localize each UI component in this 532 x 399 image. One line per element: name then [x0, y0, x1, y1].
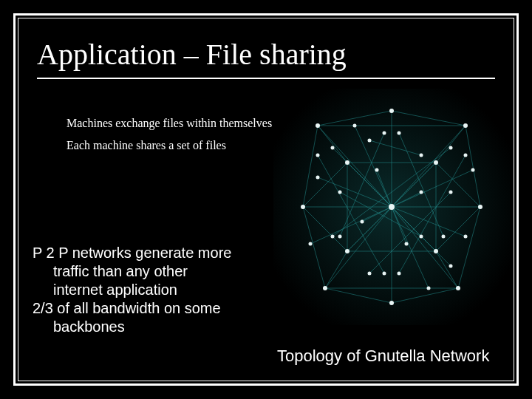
svg-line-29 — [436, 126, 466, 163]
svg-line-28 — [318, 126, 347, 163]
body-text: P 2 P networks generate more traffic tha… — [33, 244, 269, 336]
svg-point-55 — [323, 286, 327, 290]
svg-point-61 — [345, 249, 349, 253]
svg-line-14 — [318, 111, 392, 126]
svg-point-54 — [478, 205, 482, 209]
svg-line-35 — [436, 207, 480, 251]
svg-point-71 — [316, 176, 320, 180]
svg-point-64 — [420, 154, 423, 157]
svg-point-88 — [383, 272, 386, 276]
svg-line-1 — [392, 126, 466, 207]
svg-line-25 — [392, 163, 436, 207]
bullet-list: Machines exchange files within themselve… — [37, 115, 288, 160]
svg-point-77 — [309, 242, 313, 246]
svg-point-56 — [456, 286, 460, 290]
svg-point-83 — [383, 132, 386, 135]
svg-point-89 — [464, 154, 468, 157]
svg-point-70 — [449, 146, 453, 150]
svg-point-65 — [338, 191, 342, 194]
svg-line-5 — [392, 207, 458, 288]
svg-point-57 — [389, 109, 394, 113]
svg-point-52 — [463, 123, 468, 128]
svg-point-53 — [301, 205, 305, 209]
svg-point-60 — [434, 160, 438, 165]
svg-line-38 — [369, 192, 451, 273]
svg-line-16 — [325, 288, 392, 303]
svg-point-58 — [389, 301, 394, 305]
svg-point-87 — [316, 154, 320, 157]
body-line: P 2 P networks generate more — [33, 244, 269, 262]
svg-point-90 — [398, 272, 401, 276]
svg-line-11 — [303, 207, 325, 288]
svg-line-0 — [318, 126, 392, 207]
svg-point-74 — [449, 265, 453, 268]
body-line: traffic than any other — [33, 262, 269, 281]
svg-line-17 — [392, 288, 458, 303]
bullet-item: Machines exchange files within themselve… — [66, 115, 288, 132]
svg-point-68 — [449, 191, 453, 194]
svg-point-81 — [361, 220, 364, 224]
svg-point-66 — [420, 235, 423, 239]
svg-point-51 — [316, 123, 320, 128]
svg-point-78 — [471, 168, 475, 172]
svg-point-62 — [434, 249, 438, 253]
bullet-item: Each machine shares a set of files — [66, 137, 288, 154]
svg-line-9 — [303, 126, 318, 207]
figure-caption: Topology of Gnutella Network — [277, 347, 514, 366]
svg-point-82 — [420, 191, 423, 194]
svg-point-80 — [405, 242, 409, 246]
body-line: 2/3 of all bandwidth on some — [33, 299, 269, 318]
slide: Application – File sharing Machines exch… — [0, 0, 532, 399]
svg-line-4 — [325, 207, 392, 288]
svg-point-75 — [353, 124, 357, 128]
svg-point-84 — [338, 235, 342, 239]
svg-line-48 — [318, 155, 384, 273]
svg-point-72 — [464, 235, 468, 239]
body-line: internet application — [33, 281, 269, 299]
svg-point-79 — [375, 168, 379, 172]
svg-line-30 — [325, 251, 347, 288]
svg-line-12 — [458, 207, 480, 288]
svg-point-73 — [331, 146, 335, 150]
svg-point-69 — [331, 235, 335, 239]
svg-point-63 — [368, 139, 372, 143]
svg-point-67 — [368, 272, 372, 276]
slide-title: Application – File sharing — [37, 37, 495, 79]
svg-line-49 — [399, 155, 466, 273]
svg-point-76 — [427, 287, 431, 290]
svg-line-36 — [369, 140, 421, 155]
svg-point-85 — [398, 132, 401, 135]
svg-line-31 — [436, 251, 458, 288]
body-line: backbones — [33, 318, 269, 336]
svg-line-15 — [392, 111, 466, 126]
network-topology-graphic — [273, 89, 510, 325]
svg-point-59 — [345, 160, 349, 165]
svg-point-50 — [389, 204, 395, 210]
svg-line-10 — [466, 126, 480, 207]
svg-line-26 — [347, 207, 392, 251]
svg-point-86 — [442, 235, 446, 239]
